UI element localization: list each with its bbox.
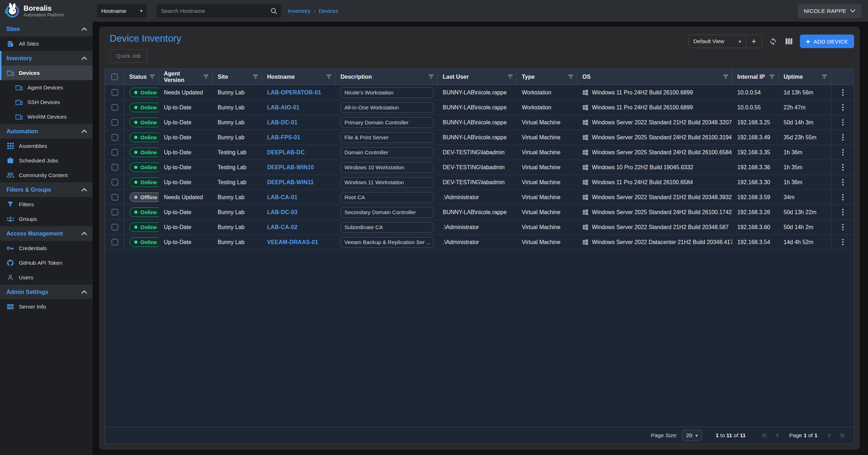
- sidebar-item-winrm-devices[interactable]: WinRM Devices: [0, 109, 93, 124]
- row-actions-button[interactable]: [839, 192, 847, 202]
- row-actions-button[interactable]: [839, 88, 847, 97]
- description-field[interactable]: Nicole's Workstation: [341, 87, 433, 98]
- filter-icon[interactable]: [723, 74, 728, 79]
- description-field[interactable]: Windows 11 Workstation: [341, 177, 433, 188]
- sidebar-item-credentials[interactable]: Credentials: [0, 241, 93, 255]
- hostname-link[interactable]: LAB-CA-02: [267, 224, 297, 231]
- description-field[interactable]: Primary Domain Controller: [341, 117, 433, 128]
- breadcrumb-inventory[interactable]: Inventory: [288, 8, 311, 14]
- row-actions-button[interactable]: [839, 222, 847, 232]
- select-all-checkbox[interactable]: [111, 73, 118, 80]
- description-field[interactable]: Veeam Backup & Replication Ser ...: [341, 237, 433, 248]
- windows-icon: [582, 104, 588, 110]
- prev-page-button[interactable]: [774, 431, 781, 439]
- row-actions-button[interactable]: [839, 148, 847, 157]
- filter-icon[interactable]: [568, 74, 573, 79]
- row-checkbox[interactable]: [111, 224, 118, 231]
- description-field[interactable]: File & Print Server: [341, 132, 433, 143]
- sidebar-item-agent-devices[interactable]: Agent Devices: [0, 80, 93, 95]
- sidebar-item-ssh-devices[interactable]: SSH Devices: [0, 95, 93, 109]
- sidebar-section-admin-settings[interactable]: Admin Settings: [0, 285, 93, 299]
- sidebar-item-community-content[interactable]: Community Content: [0, 168, 93, 182]
- row-checkbox[interactable]: [111, 179, 118, 186]
- cell-last_user: DEV-TESTING\labadmin: [438, 175, 517, 190]
- hostname-link[interactable]: LAB-AIO-01: [267, 104, 300, 111]
- add-device-button[interactable]: + ADD DEVICE: [800, 35, 854, 48]
- sidebar-item-github-api-token[interactable]: GitHub API Token: [0, 255, 93, 270]
- search-icon[interactable]: [270, 7, 277, 14]
- row-checkbox[interactable]: [111, 194, 118, 201]
- row-checkbox[interactable]: [111, 239, 118, 245]
- hostname-link[interactable]: LAB-FPS-01: [267, 134, 300, 141]
- sidebar-item-filters[interactable]: Filters: [0, 197, 93, 212]
- cell-site: Bunny Lab: [213, 205, 262, 219]
- filter-icon[interactable]: [508, 74, 513, 79]
- hostname-link[interactable]: LAB-DC-03: [267, 209, 297, 216]
- sidebar-item-groups[interactable]: Groups: [0, 212, 93, 226]
- cell-type: Virtual Machine: [517, 160, 577, 175]
- row-actions-button[interactable]: [839, 237, 847, 247]
- breadcrumb-devices[interactable]: Devices: [319, 8, 338, 14]
- sidebar-item-users[interactable]: Users: [0, 270, 93, 285]
- row-actions-button[interactable]: [839, 207, 847, 217]
- first-page-button[interactable]: [761, 431, 769, 439]
- row-checkbox[interactable]: [111, 89, 118, 96]
- last-page-button[interactable]: [838, 431, 846, 439]
- row-checkbox[interactable]: [111, 104, 118, 111]
- sidebar-item-all-sites[interactable]: All Sites: [0, 36, 93, 51]
- quick-job-button[interactable]: Quick Job: [110, 49, 147, 63]
- row-checkbox[interactable]: [111, 149, 118, 156]
- page-size-select[interactable]: 20 ▾: [682, 430, 702, 441]
- sidebar-item-devices[interactable]: Devices: [0, 66, 93, 80]
- filter-icon[interactable]: [203, 74, 209, 79]
- description-field[interactable]: Root CA: [341, 192, 433, 203]
- sidebar-item-scheduled-jobs[interactable]: Scheduled Jobs: [0, 153, 93, 168]
- hostname-link[interactable]: DEEPLAB-DC: [267, 149, 305, 156]
- user-menu-button[interactable]: NICOLE RAPPE: [798, 4, 861, 18]
- add-view-button[interactable]: +: [746, 35, 762, 48]
- search-input[interactable]: [161, 8, 270, 14]
- status-badge: Online: [129, 133, 159, 142]
- row-actions-button[interactable]: [839, 133, 847, 142]
- row-actions-button[interactable]: [839, 103, 847, 112]
- hostname-link[interactable]: LAB-OPERATOR-01: [267, 89, 321, 96]
- filter-icon[interactable]: [769, 74, 775, 79]
- hostname-link[interactable]: VEEAM-DRAAS-01: [267, 239, 318, 245]
- sidebar-section-automation[interactable]: Automation: [0, 124, 93, 139]
- next-page-button[interactable]: [825, 431, 833, 439]
- search-field-selector[interactable]: Hostname ▾: [97, 4, 147, 18]
- row-actions-button[interactable]: [839, 177, 847, 187]
- cell-description: Secondary Domain Controller: [336, 205, 438, 219]
- filter-icon[interactable]: [253, 74, 258, 79]
- filter-icon[interactable]: [326, 74, 332, 79]
- hostname-link[interactable]: DEEPLAB-WIN11: [267, 179, 314, 186]
- description-field[interactable]: Windows 10 Workstation: [341, 162, 433, 173]
- filter-icon[interactable]: [428, 74, 434, 79]
- refresh-button[interactable]: [768, 36, 779, 47]
- description-field[interactable]: All-in-One Workstation: [341, 102, 433, 113]
- table-row: OnlineUp-to-DateBunny LabLAB-AIO-01All-i…: [105, 100, 854, 115]
- filter-icon[interactable]: [822, 74, 827, 79]
- sidebar-section-access-management[interactable]: Access Management: [0, 226, 93, 241]
- sidebar-item-assemblies[interactable]: Assemblies: [0, 139, 93, 153]
- hostname-link[interactable]: DEEPLAB-WIN10: [267, 164, 314, 171]
- cell-last_user: BUNNY-LAB\nicole.rappe: [438, 85, 517, 100]
- row-checkbox[interactable]: [111, 134, 118, 141]
- description-field[interactable]: Domain Controller: [341, 147, 433, 158]
- sidebar-section-inventory[interactable]: Inventory: [0, 51, 93, 66]
- row-actions-button[interactable]: [839, 118, 847, 127]
- row-checkbox[interactable]: [111, 119, 118, 126]
- sidebar-section-filters-groups[interactable]: Filters & Groups: [0, 182, 93, 197]
- row-checkbox[interactable]: [111, 209, 118, 216]
- hostname-link[interactable]: LAB-DC-01: [267, 119, 297, 126]
- row-checkbox[interactable]: [111, 164, 118, 171]
- row-actions-button[interactable]: [839, 162, 847, 172]
- filter-icon[interactable]: [150, 74, 155, 79]
- sidebar-section-sites[interactable]: Sites: [0, 22, 93, 36]
- description-field[interactable]: Subordinate CA: [341, 222, 433, 233]
- hostname-link[interactable]: LAB-CA-01: [267, 194, 297, 201]
- description-field[interactable]: Secondary Domain Controller: [341, 207, 433, 218]
- view-selector[interactable]: Default View ▾: [689, 35, 746, 48]
- sidebar-item-server-info[interactable]: Server Info: [0, 299, 93, 314]
- columns-button[interactable]: [784, 37, 794, 46]
